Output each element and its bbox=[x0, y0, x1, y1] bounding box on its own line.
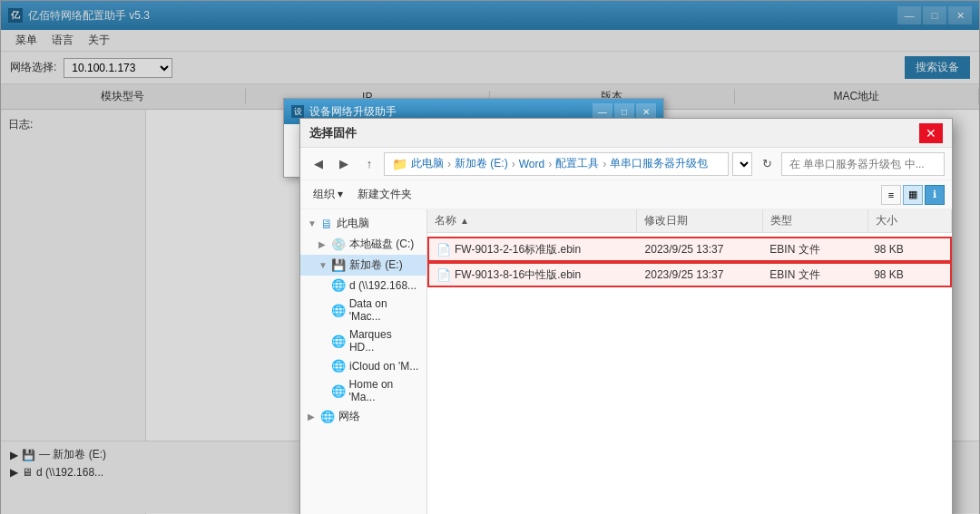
file-name-0: 📄 FW-9013-2-16标准版.ebin bbox=[429, 242, 638, 257]
nav-label-computer: 此电脑 bbox=[337, 216, 369, 231]
col-type[interactable]: 类型 bbox=[763, 209, 868, 232]
file-dialog-titlebar: 选择固件 ✕ bbox=[300, 119, 952, 148]
file-dialog-close-button[interactable]: ✕ bbox=[919, 123, 943, 143]
data-icon: 🌐 bbox=[331, 304, 346, 317]
view-info-button[interactable]: ℹ bbox=[925, 185, 945, 205]
sep1: › bbox=[447, 158, 451, 170]
nav-forward-button[interactable]: ▶ bbox=[333, 153, 355, 175]
expand-icon-c: ▶ bbox=[318, 239, 328, 249]
sep3: › bbox=[548, 158, 552, 170]
nav-label-network: 网络 bbox=[338, 409, 360, 424]
col-name-label: 名称 bbox=[435, 213, 456, 228]
nav-back-button[interactable]: ◀ bbox=[308, 153, 329, 175]
file-icon-1: 📄 bbox=[436, 268, 451, 282]
nav-tree-network-root[interactable]: ▶ 🌐 网络 bbox=[300, 406, 426, 427]
marques-icon: 🌐 bbox=[331, 335, 346, 348]
nav-tree-icloud[interactable]: 🌐 iCloud on 'M... bbox=[300, 356, 426, 375]
nav-tree-c-drive[interactable]: ▶ 💿 本地磁盘 (C:) bbox=[300, 234, 426, 255]
address-bar: ◀ ▶ ↑ 📁 此电脑 › 新加卷 (E:) › Word › 配置工具 › 单… bbox=[300, 148, 952, 180]
expand-icon: ▼ bbox=[308, 218, 317, 228]
file-row-0[interactable]: 📄 FW-9013-2-16标准版.ebin 2023/9/25 13:37 E… bbox=[427, 237, 952, 262]
path-config[interactable]: 配置工具 bbox=[555, 156, 599, 171]
sort-arrow: ▲ bbox=[460, 216, 469, 226]
file-toolbar: 组织 ▾ 新建文件夹 ≡ ▦ ℹ bbox=[300, 180, 952, 209]
file-date-0: 2023/9/25 13:37 bbox=[638, 243, 763, 256]
home-icon: 🌐 bbox=[331, 384, 346, 398]
expand-icon-net-root: ▶ bbox=[308, 412, 317, 422]
nav-tree-e-drive[interactable]: ▼ 💾 新加卷 (E:) bbox=[300, 255, 426, 276]
file-list-header: 名称 ▲ 修改日期 类型 大小 bbox=[427, 209, 952, 233]
file-size-0: 98 KB bbox=[867, 243, 950, 256]
upgrade-title: 设备网络升级助手 bbox=[309, 104, 593, 120]
nav-up-button[interactable]: ↑ bbox=[358, 153, 380, 175]
nav-label-marques: Marques HD... bbox=[349, 328, 419, 354]
file-dialog-body: ▼ 🖥 此电脑 ▶ 💿 本地磁盘 (C:) ▼ 💾 新加卷 (E:) 🌐 bbox=[300, 209, 952, 514]
file-size-1: 98 KB bbox=[867, 268, 950, 281]
path-computer[interactable]: 此电脑 bbox=[411, 156, 444, 171]
col-name[interactable]: 名称 ▲ bbox=[427, 209, 637, 232]
nav-label-e-drive: 新加卷 (E:) bbox=[349, 257, 403, 273]
nav-label-home: Home on 'Ma... bbox=[349, 378, 419, 403]
path-word[interactable]: Word bbox=[519, 158, 544, 170]
address-dropdown[interactable] bbox=[732, 152, 752, 176]
address-path: 📁 此电脑 › 新加卷 (E:) › Word › 配置工具 › 单串口服务器升… bbox=[384, 152, 729, 176]
file-type-1: EBIN 文件 bbox=[762, 267, 867, 283]
nav-tree-network1[interactable]: 🌐 d (\\192.168... bbox=[300, 276, 426, 295]
file-date-1: 2023/9/25 13:37 bbox=[638, 268, 763, 281]
expand-icon-e: ▼ bbox=[318, 260, 328, 270]
file-name-text-0: FW-9013-2-16标准版.ebin bbox=[455, 242, 581, 257]
nav-label-c-drive: 本地磁盘 (C:) bbox=[349, 237, 414, 252]
path-drive[interactable]: 新加卷 (E:) bbox=[455, 156, 508, 171]
nav-tree-data[interactable]: 🌐 Data on 'Mac... bbox=[300, 295, 426, 325]
view-detail-button[interactable]: ▦ bbox=[903, 185, 923, 205]
nav-tree: ▼ 🖥 此电脑 ▶ 💿 本地磁盘 (C:) ▼ 💾 新加卷 (E:) 🌐 bbox=[300, 209, 427, 514]
upgrade-icon: 设 bbox=[291, 105, 304, 118]
col-date[interactable]: 修改日期 bbox=[637, 209, 763, 232]
sep2: › bbox=[512, 158, 515, 170]
refresh-button[interactable]: ↻ bbox=[756, 153, 778, 175]
path-upgrade[interactable]: 单串口服务器升级包 bbox=[610, 156, 708, 171]
e-drive-icon: 💾 bbox=[331, 258, 346, 272]
col-size[interactable]: 大小 bbox=[868, 209, 952, 232]
nav-tree-computer[interactable]: ▼ 🖥 此电脑 bbox=[300, 213, 426, 234]
dialog-overlay: 设 设备网络升级助手 — □ ✕ 选择固件 ✕ ◀ ▶ ↑ 📁 此电脑 › 新加… bbox=[0, 0, 980, 514]
network-root-icon: 🌐 bbox=[320, 410, 335, 423]
sep4: › bbox=[603, 158, 606, 170]
nav-label-data: Data on 'Mac... bbox=[349, 297, 419, 323]
nav-tree-home[interactable]: 🌐 Home on 'Ma... bbox=[300, 375, 426, 406]
file-name-text-1: FW-9013-8-16中性版.ebin bbox=[455, 267, 581, 283]
network1-icon: 🌐 bbox=[331, 278, 346, 292]
file-dialog-title: 选择固件 bbox=[309, 125, 919, 141]
icloud-icon: 🌐 bbox=[331, 359, 346, 373]
file-name-1: 📄 FW-9013-8-16中性版.ebin bbox=[429, 267, 638, 283]
file-dialog: 选择固件 ✕ ◀ ▶ ↑ 📁 此电脑 › 新加卷 (E:) › Word › 配… bbox=[299, 118, 953, 514]
new-folder-button[interactable]: 新建文件夹 bbox=[352, 185, 417, 204]
search-input[interactable] bbox=[781, 152, 945, 176]
view-list-button[interactable]: ≡ bbox=[881, 185, 901, 205]
file-list-body: 📄 FW-9013-2-16标准版.ebin 2023/9/25 13:37 E… bbox=[427, 233, 952, 514]
file-list-area: 名称 ▲ 修改日期 类型 大小 📄 FW-9013-2-16标准版.ebin 2… bbox=[427, 209, 952, 514]
path-folder-icon: 📁 bbox=[392, 157, 407, 171]
c-drive-icon: 💿 bbox=[331, 238, 346, 251]
file-row-1[interactable]: 📄 FW-9013-8-16中性版.ebin 2023/9/25 13:37 E… bbox=[427, 262, 952, 287]
nav-tree-marques[interactable]: 🌐 Marques HD... bbox=[300, 325, 426, 356]
file-icon-0: 📄 bbox=[436, 243, 451, 257]
organize-button[interactable]: 组织 ▾ bbox=[308, 185, 348, 204]
view-controls: ≡ ▦ ℹ bbox=[881, 185, 945, 205]
computer-icon: 🖥 bbox=[320, 217, 333, 231]
file-type-0: EBIN 文件 bbox=[762, 242, 867, 257]
nav-label-network1: d (\\192.168... bbox=[349, 279, 416, 292]
nav-label-icloud: iCloud on 'M... bbox=[349, 360, 418, 373]
